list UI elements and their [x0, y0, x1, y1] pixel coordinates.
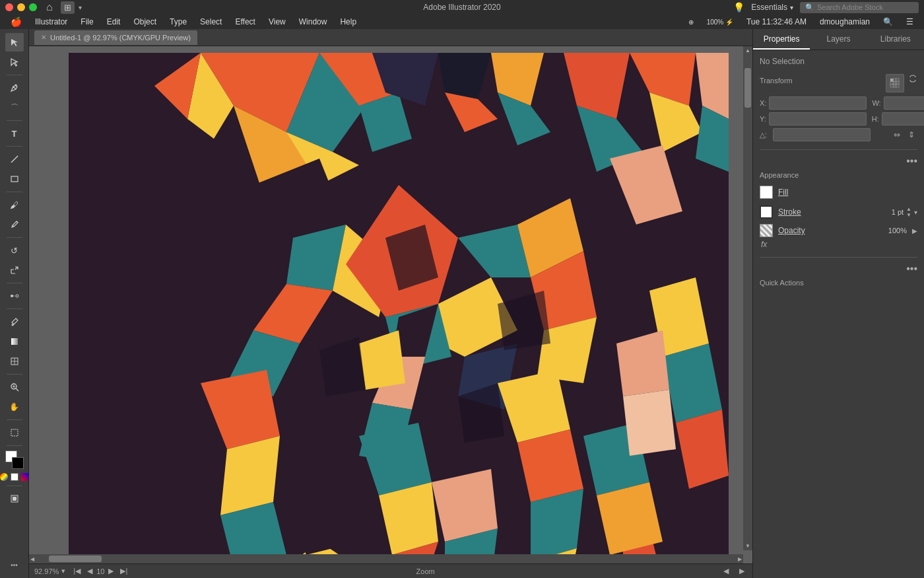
last-artboard-btn[interactable]: ▶| — [117, 567, 130, 575]
draw-inside-btn[interactable] — [5, 489, 24, 508]
workspace-layout-icon[interactable]: ⊞ — [61, 1, 75, 14]
menu-help[interactable]: Help — [335, 16, 362, 28]
stroke-increment-btn[interactable]: ▲ — [906, 206, 911, 212]
mesh-tool[interactable] — [5, 352, 24, 371]
scrollbar-down-arrow[interactable]: ▼ — [744, 542, 752, 550]
paintbrush-tool[interactable]: 🖌 — [5, 196, 24, 214]
menu-file[interactable]: File — [75, 16, 98, 28]
workspace-selector[interactable]: Essentials ▾ — [751, 3, 793, 12]
fill-label[interactable]: Fill — [778, 188, 917, 197]
next-artboard-btn[interactable]: ▶ — [106, 567, 116, 575]
zoom-tool[interactable] — [5, 378, 24, 396]
stroke-label[interactable]: Stroke — [778, 207, 886, 217]
scrollbar-left-arrow[interactable]: ◀ — [29, 556, 36, 562]
canvas-nav-left[interactable]: ◀ — [721, 567, 731, 575]
menu-type[interactable]: Type — [164, 16, 192, 28]
home-icon[interactable]: ⌂ — [46, 1, 53, 13]
hand-tool[interactable]: ✋ — [5, 398, 24, 416]
workspace-dropdown-arrow[interactable]: ▾ — [790, 4, 793, 11]
stroke-stepper[interactable]: ▲ ▼ — [906, 206, 911, 218]
lightbulb-icon[interactable]: 💡 — [733, 2, 744, 13]
fx-label[interactable]: fx — [761, 240, 767, 249]
tab-layers[interactable]: Layers — [810, 29, 867, 50]
w-input[interactable] — [884, 96, 924, 110]
pen-tool[interactable] — [5, 79, 24, 97]
curvature-tool[interactable]: ⌒ — [5, 98, 24, 117]
stroke-options-dropdown[interactable]: ▾ — [914, 209, 917, 216]
workspace-layout-dropdown[interactable]: ▾ — [79, 4, 82, 11]
zoom-dropdown-arrow[interactable]: ▾ — [61, 567, 65, 575]
opacity-label[interactable]: Opacity — [778, 226, 805, 235]
menu-window[interactable]: Window — [294, 16, 333, 28]
more-options-btn-2[interactable]: ••• — [906, 263, 917, 275]
constrain-proportions[interactable] — [908, 74, 917, 92]
canvas-nav-right[interactable]: ▶ — [737, 567, 747, 575]
gradient-mode-icon[interactable] — [21, 473, 29, 481]
flip-vertical-btn[interactable]: ⇕ — [906, 129, 917, 141]
eyedropper-tool[interactable] — [5, 312, 24, 331]
apple-menu[interactable]: 🍎 — [5, 15, 27, 28]
y-input[interactable] — [769, 112, 867, 126]
quick-actions-section: Quick Actions — [760, 279, 917, 287]
scrollbar-thumb-h[interactable] — [49, 556, 102, 562]
horizontal-scrollbar[interactable]: ◀ ▶ — [29, 554, 743, 563]
none-mode-icon[interactable] — [11, 473, 18, 481]
angle-label: △: — [760, 131, 770, 139]
h-input[interactable] — [882, 112, 924, 126]
menu-illustrator[interactable]: Illustrator — [30, 16, 73, 28]
tab-properties[interactable]: Properties — [753, 29, 810, 50]
prev-artboard-btn[interactable]: ◀ — [84, 567, 95, 575]
close-button[interactable] — [5, 3, 13, 11]
close-tab-icon[interactable]: ✕ — [41, 34, 46, 41]
window-controls[interactable]: ⌂ ⊞ ▾ — [5, 1, 82, 14]
blend-tool[interactable] — [5, 287, 24, 305]
zoom-label[interactable]: Zoom — [416, 567, 435, 575]
maximize-button[interactable] — [29, 3, 37, 11]
menu-effect[interactable]: Effect — [230, 16, 260, 28]
scrollbar-thumb-v[interactable] — [744, 68, 751, 108]
more-options-row: ••• — [760, 155, 917, 167]
first-artboard-btn[interactable]: |◀ — [71, 567, 83, 575]
type-tool[interactable]: T — [5, 124, 24, 143]
line-segment-tool[interactable] — [5, 150, 24, 168]
more-options-btn[interactable]: ••• — [906, 155, 917, 167]
scrollbar-right-arrow[interactable]: ▶ — [737, 556, 743, 562]
fill-stroke-selector[interactable] — [5, 451, 24, 469]
adobe-stock-search[interactable]: 🔍 Search Adobe Stock — [800, 2, 919, 13]
scrollbar-up-arrow[interactable]: ▲ — [744, 46, 752, 55]
rotate-tool[interactable]: ↺ — [5, 241, 24, 260]
vertical-scrollbar[interactable]: ▲ ▼ — [743, 46, 752, 550]
stroke-swatch[interactable] — [12, 457, 24, 469]
notification-icon[interactable]: ☰ — [901, 16, 919, 28]
rectangle-tool[interactable] — [5, 170, 24, 188]
opacity-options-arrow[interactable]: ▶ — [912, 227, 917, 235]
menu-edit[interactable]: Edit — [102, 16, 126, 28]
opacity-swatch[interactable] — [760, 224, 773, 237]
more-tools-btn[interactable]: ••• — [5, 556, 24, 574]
artboard-tool[interactable] — [5, 423, 24, 442]
pencil-tool[interactable] — [5, 215, 24, 234]
flip-horizontal-btn[interactable]: ⇔ — [891, 129, 903, 141]
scale-tool[interactable] — [5, 261, 24, 279]
color-mode-icon[interactable] — [0, 473, 8, 481]
tool-separator-8 — [7, 374, 22, 375]
menu-select[interactable]: Select — [195, 16, 227, 28]
direct-selection-tool[interactable] — [5, 53, 24, 71]
menu-view[interactable]: View — [263, 16, 291, 28]
gradient-tool[interactable] — [5, 332, 24, 351]
stroke-swatch-panel[interactable] — [760, 205, 773, 219]
x-input[interactable] — [769, 96, 867, 110]
canvas-scroll-container[interactable]: ▲ ▼ ◀ ▶ — [29, 46, 752, 563]
transform-reference-point[interactable] — [886, 74, 904, 92]
selection-tool[interactable] — [5, 33, 24, 52]
fill-swatch-panel[interactable] — [760, 186, 773, 199]
color-mode-buttons — [0, 473, 29, 481]
menu-object[interactable]: Object — [128, 16, 162, 28]
spotlight-icon[interactable]: 🔍 — [878, 16, 898, 28]
tab-libraries[interactable]: Libraries — [867, 29, 924, 50]
stroke-decrement-btn[interactable]: ▼ — [906, 212, 911, 218]
minimize-button[interactable] — [17, 3, 25, 11]
document-tab[interactable]: ✕ Untitled-1 @ 92.97% (CMYK/GPU Preview) — [34, 30, 197, 45]
angle-input[interactable] — [773, 128, 871, 141]
wifi-icon[interactable]: ⊕ — [683, 17, 699, 27]
